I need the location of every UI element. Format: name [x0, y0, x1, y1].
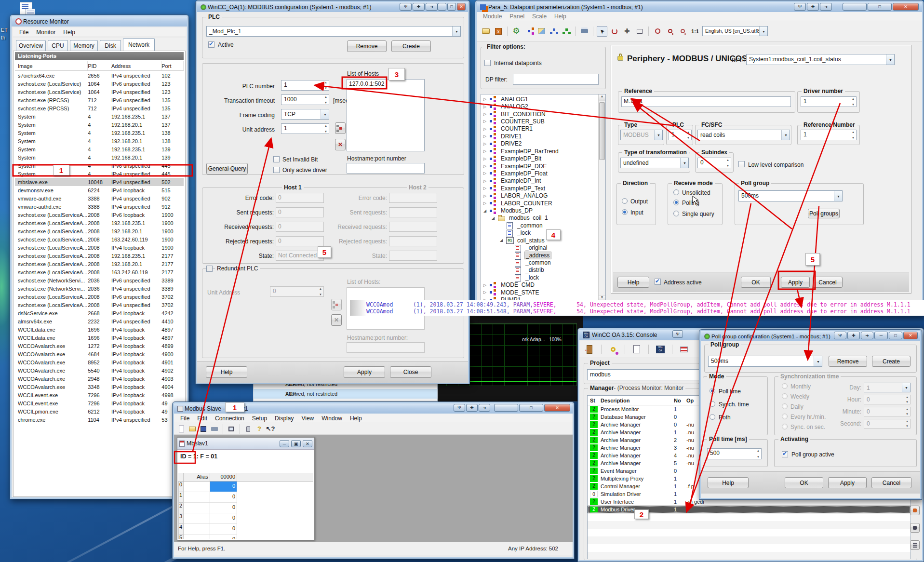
move-icon[interactable]: ✚: [847, 332, 860, 339]
listening-ports-header[interactable]: Listening Ports: [15, 52, 184, 60]
tree-expander-icon[interactable]: ▷: [483, 112, 490, 116]
minimize-icon[interactable]: ─: [494, 404, 518, 412]
cancel-button[interactable]: Cancel: [813, 277, 843, 288]
wincc-module-icon[interactable]: WinOA: [654, 343, 667, 356]
table-row[interactable]: System 4 192.168.20.1 139: [15, 153, 184, 161]
manager-start-icon[interactable]: [910, 506, 920, 515]
display-setup-icon[interactable]: [227, 425, 236, 433]
apply-button[interactable]: Apply: [781, 277, 810, 288]
tree-item[interactable]: _distrib: [481, 267, 598, 274]
settings-gear-icon[interactable]: ⚙: [511, 26, 522, 37]
delete-host-icon[interactable]: ✕: [335, 139, 346, 150]
pin-icon[interactable]: Ψ: [672, 330, 683, 338]
table-row[interactable]: WCCILpmon.exe 6212 IPv4 loopback 49: [15, 407, 184, 415]
transaction-timeout-input[interactable]: 1000: [281, 94, 329, 105]
tree-item[interactable]: ▷ MODE_CMD: [481, 281, 598, 289]
tree-expander-icon[interactable]: ▷: [483, 157, 490, 161]
poll-group-active-checkbox[interactable]: [782, 451, 788, 457]
tree-item[interactable]: ▷ ExampleDP_DDE: [481, 162, 598, 170]
tree-expander-icon[interactable]: ▷: [483, 283, 490, 287]
zoom-reset-icon[interactable]: 1:1: [690, 26, 700, 37]
tree-green-icon[interactable]: [561, 26, 572, 37]
new-file-icon[interactable]: [177, 425, 186, 433]
table-row[interactable]: WCCOAvalarch.exe 2948 IPv4 loopback 4903: [15, 375, 184, 383]
active-checkbox[interactable]: [208, 41, 214, 48]
driver-number-input[interactable]: 1: [801, 96, 857, 107]
table-row[interactable]: WCCOAvalarch.exe 3348 IPv4 loopback 4904: [15, 383, 184, 391]
maximize-icon[interactable]: □: [868, 3, 892, 11]
help-button[interactable]: Help: [708, 477, 749, 488]
tree-item[interactable]: ▷ ANALOG2: [481, 103, 598, 110]
zoom-out-icon[interactable]: [677, 26, 688, 37]
menu-file[interactable]: File: [177, 414, 193, 423]
minimize-icon[interactable]: ─: [843, 3, 867, 11]
pin-icon[interactable]: Ψ: [400, 3, 412, 11]
tree-expander-icon[interactable]: ▷: [483, 149, 490, 153]
table-row[interactable]: dsNcService.exe 2668 IPv4 loopback 4242: [15, 309, 184, 317]
move-mode-icon[interactable]: ✚: [622, 26, 632, 37]
table-row[interactable]: svchost.exe (RPCSS) 712 IPv6 unspecified…: [15, 96, 184, 104]
tree-expander-icon[interactable]: ◢: [492, 216, 498, 220]
tree-expander-icon[interactable]: ▷: [483, 186, 490, 190]
synch-time-radio[interactable]: [710, 401, 715, 407]
tree-expander-icon[interactable]: ▷: [483, 290, 490, 294]
move-icon[interactable]: ✚: [466, 404, 478, 412]
table-row[interactable]: WCCOAvalarch.exe 8952 IPv4 loopback 4901: [15, 358, 184, 366]
table-row[interactable]: svchost.exe (LocalServiceA... 2008 192.1…: [15, 227, 184, 235]
menu-module[interactable]: Module: [480, 12, 505, 21]
tree-item[interactable]: ▷ ExampleDP_Bit: [481, 155, 598, 162]
tree-item[interactable]: _common: [481, 259, 598, 266]
tree-item[interactable]: ▷ LABOR_COUNTER: [481, 200, 598, 207]
scroll-up-icon[interactable]: ▲: [599, 94, 605, 101]
tree-item[interactable]: _common: [481, 222, 598, 229]
dpe-select[interactable]: System1:modbus_coil_1.coil_status: [746, 54, 895, 65]
open-icon[interactable]: [481, 26, 491, 37]
tree-item[interactable]: ▷ LABOR_ANALOG: [481, 192, 598, 199]
minimize-icon[interactable]: ─: [438, 3, 446, 11]
table-row[interactable]: svchost.exe (LocalServiceA... 2008 IPv6 …: [15, 293, 184, 301]
close-icon[interactable]: ✕: [457, 3, 466, 11]
grid-row[interactable]: 5 0: [178, 535, 313, 539]
table-header[interactable]: Image PID Address Port: [15, 61, 184, 71]
table-row[interactable]: svchost.exe (LocalServiceA... 2008 IPv6 …: [15, 211, 184, 219]
table-row[interactable]: WCCOAvalarch.exe 4684 IPv4 loopback 4900: [15, 350, 184, 358]
table-row[interactable]: svchost.exe (LocalServiceA... 2008 IPv4 …: [15, 243, 184, 252]
table-row[interactable]: svchost.exe (LocalServiceA... 2008 192.1…: [15, 252, 184, 260]
language-flag-icon[interactable]: [678, 343, 690, 356]
host-list-item[interactable]: 127.0.0.1:502: [347, 80, 424, 88]
table-row[interactable]: System 4 192.168.20.1 137: [15, 120, 184, 129]
open-icon[interactable]: [188, 425, 197, 433]
table-row[interactable]: System 4 192.168.20.1 138: [15, 137, 184, 145]
table-row[interactable]: System 4 192.168.235.1 137: [15, 112, 184, 120]
create-button[interactable]: Create: [391, 40, 431, 52]
transformation-select[interactable]: undefined: [620, 158, 689, 168]
hostname-port-input[interactable]: [347, 163, 425, 174]
table-row[interactable]: WCCILevent.exe 7296 IPv4 loopback 49: [15, 399, 184, 407]
menu-help[interactable]: Help: [347, 414, 365, 423]
tree-item[interactable]: ▷ DRIVE2: [481, 140, 598, 147]
picture-icon[interactable]: [536, 26, 547, 37]
table-row[interactable]: vmware-authd.exe 3388 IPv4 unspecified 9…: [15, 194, 184, 202]
child-titlebar[interactable]: Mbslav1 ─ ▣ ✕: [177, 438, 314, 450]
maximize-icon[interactable]: □: [447, 3, 456, 11]
grid-row[interactable]: 0 0: [178, 482, 313, 492]
hosts-listbox[interactable]: 127.0.0.1:502: [347, 79, 425, 151]
grid-row[interactable]: 2 0: [178, 503, 313, 513]
table-row[interactable]: svchost.exe (LocalService) 1064 IPv4 uns…: [15, 88, 184, 96]
plc-input[interactable]: 1: [669, 130, 692, 140]
tree-item[interactable]: ▷ COUNTER1: [481, 125, 598, 133]
close-icon[interactable]: ✕: [544, 404, 570, 412]
save-icon[interactable]: [199, 425, 208, 433]
plc-number-input[interactable]: 1: [281, 80, 329, 91]
remove-button[interactable]: Remove: [829, 356, 867, 367]
detach-icon[interactable]: ➜: [820, 3, 832, 11]
tree-item[interactable]: _lock: [481, 274, 598, 281]
tree-expander-icon[interactable]: ▷: [483, 194, 490, 198]
tree-item[interactable]: ▷ ExampleDP_Text: [481, 185, 598, 192]
close-icon[interactable]: ✕: [893, 3, 919, 11]
table-row[interactable]: svchost.exe (LocalServiceA... 2008 IPv4 …: [15, 301, 184, 309]
rectangle-icon[interactable]: [634, 26, 645, 37]
close-button[interactable]: Close: [390, 366, 431, 378]
table-row[interactable]: almsrv64x.exe 2232 IPv4 unspecified 4410: [15, 317, 184, 325]
tree-expander-icon[interactable]: ▷: [483, 164, 490, 168]
